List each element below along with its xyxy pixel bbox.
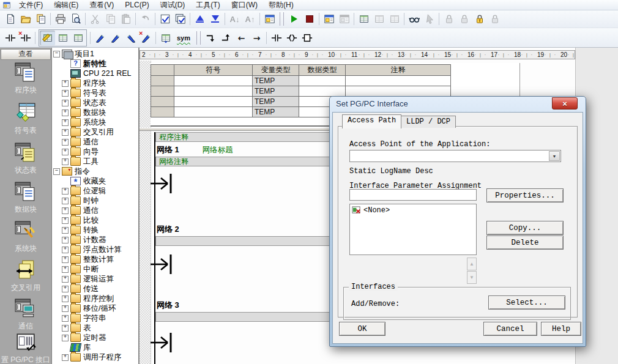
- tree-item[interactable]: 移位/循环: [52, 303, 138, 313]
- expand-icon[interactable]: [62, 217, 69, 224]
- var-type-cell[interactable]: TEMP: [253, 86, 299, 97]
- expand-icon[interactable]: [62, 80, 69, 87]
- symbol-cell[interactable]: [174, 97, 253, 107]
- copy-button[interactable]: [103, 12, 118, 26]
- access-point-combobox[interactable]: [349, 150, 561, 162]
- new-file-button[interactable]: [2, 12, 18, 26]
- data-type-cell[interactable]: [299, 86, 346, 97]
- contact-button[interactable]: [269, 31, 284, 45]
- sidebar-item-pgpc-interface[interactable]: 置 PG/PC 接口: [0, 331, 51, 364]
- clear-bookmarks-button[interactable]: [138, 31, 154, 45]
- tree-item[interactable]: 比较: [52, 215, 138, 225]
- ok-button[interactable]: OK: [339, 322, 385, 336]
- tree-item[interactable]: 工具: [52, 157, 138, 166]
- upload-button[interactable]: [192, 12, 207, 26]
- toolbar-grip[interactable]: [196, 31, 201, 45]
- download-button[interactable]: [207, 12, 223, 26]
- menu-plc[interactable]: PLC(P): [119, 0, 154, 10]
- tree-item[interactable]: 状态表: [52, 98, 138, 108]
- expand-icon[interactable]: [62, 100, 69, 106]
- line-right-button[interactable]: →: [249, 31, 264, 45]
- network-1-title[interactable]: 网络标题: [203, 145, 233, 155]
- tree-item[interactable]: 字符串: [52, 313, 138, 323]
- help-button[interactable]: Help: [541, 322, 581, 336]
- menu-debug[interactable]: 调试(D): [155, 0, 191, 10]
- expand-icon[interactable]: [62, 266, 69, 273]
- collapse-icon[interactable]: [53, 51, 60, 58]
- branch-up-button[interactable]: [218, 31, 234, 45]
- tree-item[interactable]: 库: [52, 343, 138, 352]
- tree-item[interactable]: 浮点数计算: [52, 245, 138, 254]
- expand-icon[interactable]: [62, 315, 69, 322]
- sidebar-item-program-block[interactable]: 程序块: [0, 61, 51, 95]
- cut-button[interactable]: [87, 12, 103, 26]
- compile-all-button[interactable]: [173, 12, 188, 26]
- tree-item[interactable]: 符号表: [52, 88, 138, 98]
- branch-down-button[interactable]: [203, 31, 218, 45]
- var-type-cell[interactable]: TEMP: [253, 107, 299, 117]
- tree-item[interactable]: 定时器: [52, 333, 138, 343]
- column-header-symbol[interactable]: 符号: [174, 65, 253, 76]
- force-button[interactable]: [441, 12, 456, 26]
- tree-item[interactable]: 调用子程序: [52, 352, 138, 362]
- tree-item[interactable]: 表: [52, 323, 138, 333]
- print-preview-button[interactable]: [68, 12, 83, 26]
- column-header-comment[interactable]: 注释: [346, 65, 451, 76]
- box-button[interactable]: [299, 31, 315, 45]
- scroll-down-button[interactable]: [467, 271, 477, 284]
- previous-bookmark-button[interactable]: [123, 31, 138, 45]
- menu-edit[interactable]: 编辑(E): [48, 0, 84, 10]
- expand-icon[interactable]: [62, 354, 69, 361]
- menu-tools[interactable]: 工具(T): [190, 0, 225, 10]
- tree-item[interactable]: 收藏夹: [52, 176, 138, 186]
- select-button[interactable]: Select...: [488, 295, 565, 310]
- expand-icon[interactable]: [62, 256, 69, 263]
- tree-item[interactable]: CPU 221 REL: [52, 69, 138, 78]
- tree-item[interactable]: 整数计算: [52, 254, 138, 264]
- toolbar-grip[interactable]: [280, 12, 284, 26]
- address-table-view-button[interactable]: [70, 31, 86, 45]
- save-all-button[interactable]: [33, 12, 48, 26]
- column-header-var-type[interactable]: 变量类型: [253, 65, 299, 76]
- tab-access-path[interactable]: Access Path: [342, 114, 401, 128]
- data-type-cell[interactable]: [299, 76, 346, 86]
- sort-ascending-button[interactable]: A↑: [242, 12, 258, 26]
- symbol-cell[interactable]: [174, 76, 253, 86]
- delete-network-button[interactable]: [18, 31, 33, 45]
- expand-icon[interactable]: [62, 305, 69, 312]
- expand-icon[interactable]: [62, 90, 69, 97]
- interface-parameter-field[interactable]: [349, 189, 477, 201]
- trend-status-button[interactable]: [387, 12, 402, 26]
- expand-icon[interactable]: [62, 129, 69, 136]
- sort-descending-button[interactable]: A↓: [227, 12, 242, 26]
- tree-item[interactable]: 交叉引用: [52, 127, 138, 137]
- tree-item[interactable]: 程序块: [52, 78, 138, 88]
- column-header-data-type[interactable]: 数据类型: [299, 65, 346, 76]
- sidebar-item-system-block[interactable]: 系统块: [0, 220, 51, 254]
- coil-button[interactable]: [284, 31, 299, 45]
- scroll-up-button[interactable]: [467, 258, 477, 270]
- copy-button-dialog[interactable]: Copy...: [486, 221, 564, 235]
- apply-symbol-table-button[interactable]: [158, 31, 173, 45]
- open-file-button[interactable]: [18, 12, 33, 26]
- expand-icon[interactable]: [62, 149, 69, 155]
- force-values-button[interactable]: [472, 12, 487, 26]
- row-selector[interactable]: [151, 107, 174, 117]
- bookmark-glasses-button[interactable]: [406, 12, 422, 26]
- list-item-none[interactable]: <None>: [352, 206, 474, 215]
- delete-button-dialog[interactable]: Delete: [486, 236, 564, 250]
- tree-item[interactable]: 时钟: [52, 196, 138, 206]
- next-bookmark-button[interactable]: [108, 31, 123, 45]
- paste-button[interactable]: [118, 12, 133, 26]
- menu-window[interactable]: 窗口(W): [226, 0, 263, 10]
- cancel-button[interactable]: Cancel: [483, 322, 537, 336]
- tree-item[interactable]: 传送: [52, 284, 138, 294]
- expand-icon[interactable]: [62, 188, 69, 195]
- tree-item[interactable]: 系统块: [52, 117, 138, 127]
- expand-icon[interactable]: [62, 286, 69, 292]
- tree-item[interactable]: 项目1: [52, 49, 138, 59]
- menu-help[interactable]: 帮助(H): [263, 0, 299, 10]
- tree-item[interactable]: 指令: [52, 166, 138, 176]
- close-button[interactable]: [552, 97, 578, 110]
- symbol-info-table-button[interactable]: [55, 31, 70, 45]
